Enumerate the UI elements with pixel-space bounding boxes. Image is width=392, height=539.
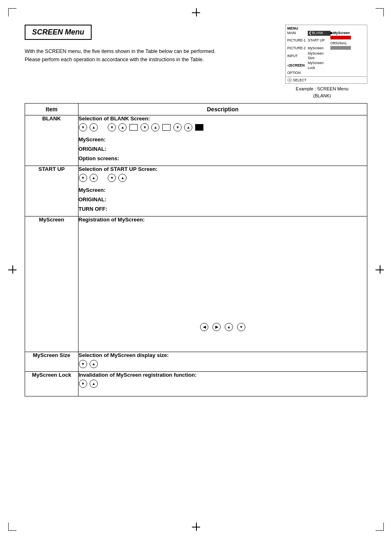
size-btn-down: ▼ [79,360,87,368]
btn-square-filled-1 [195,124,203,131]
table-header-row: Item Description [25,104,367,115]
blank-title1: Selection of BLANK Screen: [78,115,367,122]
menu-row-main: MAIN ❮BLANK ▶MyScreen [287,31,365,36]
lock-btn-up: ▲ [90,380,98,388]
table-row-myscreen-lock: MyScreen Lock Invalidation of MyScreen r… [25,372,367,396]
table-row-myscreen-size: MyScreen Size Selection of MyScreen disp… [25,352,367,372]
header-area: SCREEN Menu With the SCREEN menu, the fi… [25,25,367,99]
menu-row-input: INPUT MyScreen Size [287,51,365,61]
corner-mark-bl [8,523,16,531]
desc-line2: Please perform each operation in accorda… [25,55,277,64]
title-box: SCREEN Menu [25,25,92,40]
myscreen-btn-row: ◀ ▶ ▲ ▼ [78,323,367,331]
corner-mark-tl [8,8,16,16]
btn-up-4: ▲ [184,123,192,131]
th-desc: Description [78,104,367,115]
blank-title2: MyScreen: [78,136,367,143]
myscreen-btn-up: ▲ [225,323,233,331]
desc-myscreen-size: Selection of MyScreen display size: ▼ ▲ [78,352,367,372]
startup-btn-up-1: ▲ [90,174,98,182]
main-table: Item Description BLANK Selection of BLAN… [25,103,367,396]
menu-title: MENU [287,26,365,31]
header-left: SCREEN Menu With the SCREEN menu, the fi… [25,25,277,64]
startup-title1: Selection of START UP Screen: [78,166,367,172]
menu-diagram: MENU MAIN ❮BLANK ▶MyScreen PICTURE-1 STA… [285,25,367,84]
startup-btn-row: ▼ ▲ ▼ ▲ [78,174,367,182]
crosshair-bottom [192,523,200,531]
myscreen-lock-btn-row: ▼ ▲ [78,380,367,388]
header-description: With the SCREEN menu, the five items sho… [25,47,277,64]
menu-row-option: OPTION [287,71,365,76]
corner-mark-br [376,523,384,531]
btn-down-4: ▼ [173,123,182,131]
desc-blank: Selection of BLANK Screen: ▼ ▲ ▼ ▲ ▼ ▲ ▼ [78,115,367,166]
table-row-startup: START UP Selection of START UP Screen: ▼… [25,166,367,217]
th-item: Item [25,104,78,115]
btn-square-outline-1 [129,124,138,131]
crosshair-top [192,8,200,16]
table-row-myscreen: MyScreen Registration of MyScreen: ◀ ▶ ▲… [25,217,367,352]
lock-btn-down: ▼ [79,380,87,388]
startup-btn-up-2: ▲ [118,174,127,182]
startup-title4: TURN OFF: [78,206,367,212]
menu-diagram-container: MENU MAIN ❮BLANK ▶MyScreen PICTURE-1 STA… [277,25,367,99]
btn-up-1: ▲ [90,123,98,131]
startup-btn-down-1: ▼ [79,174,87,182]
btn-square-outline-2 [162,124,171,131]
btn-up-3: ▲ [151,123,159,131]
menu-select-row: ◎ SELECT [286,76,367,83]
btn-down-3: ▼ [141,123,149,131]
myscreen-btn-down: ▼ [237,323,245,331]
crosshair-left [8,265,16,274]
table-row-blank: BLANK Selection of BLANK Screen: ▼ ▲ ▼ ▲… [25,115,367,166]
item-myscreen: MyScreen [25,217,78,352]
menu-row-pic1: PICTURE-1 START UP ORIGINAL [287,36,365,46]
menu-caption: Example : SCREEN Menu (BLANK) [277,85,367,99]
myscreen-title1: Registration of MyScreen: [78,217,367,223]
desc-myscreen-lock: Invalidation of MyScreen registration fu… [78,372,367,396]
desc-line1: With the SCREEN menu, the five items sho… [25,47,277,55]
menu-row-pic2: PICTURE-2 MyScreen [287,46,365,51]
startup-title2: MyScreen: [78,187,367,193]
startup-title3: ORIGINAL: [78,196,367,203]
item-myscreen-lock: MyScreen Lock [25,372,78,396]
corner-mark-tr [376,8,384,16]
blank-title4: Option screens: [78,155,367,161]
myscreen-btn-right: ▶ [212,323,221,331]
page-title: SCREEN Menu [32,28,84,36]
myscreen-lock-title1: Invalidation of MyScreen registration fu… [78,372,367,378]
item-blank: BLANK [25,115,78,166]
blank-btn-row: ▼ ▲ ▼ ▲ ▼ ▲ ▼ ▲ [78,123,367,131]
btn-up-2: ▲ [118,123,127,131]
size-btn-up: ▲ [90,360,98,368]
crosshair-right [376,265,384,274]
menu-row-screen: ◁SCREEN MyScreen Lock [287,61,365,71]
desc-startup: Selection of START UP Screen: ▼ ▲ ▼ ▲ My… [78,166,367,217]
btn-down-1: ▼ [79,123,87,131]
blank-title3: ORIGINAL: [78,146,367,152]
myscreen-size-title1: Selection of MyScreen display size: [78,352,367,358]
startup-btn-down-2: ▼ [108,174,116,182]
desc-myscreen: Registration of MyScreen: ◀ ▶ ▲ ▼ [78,217,367,352]
btn-down-2: ▼ [108,123,116,131]
page: SCREEN Menu With the SCREEN menu, the fi… [0,0,392,539]
myscreen-size-btn-row: ▼ ▲ [78,360,367,368]
item-myscreen-size: MyScreen Size [25,352,78,372]
myscreen-btn-left: ◀ [200,323,208,331]
item-startup: START UP [25,166,78,217]
